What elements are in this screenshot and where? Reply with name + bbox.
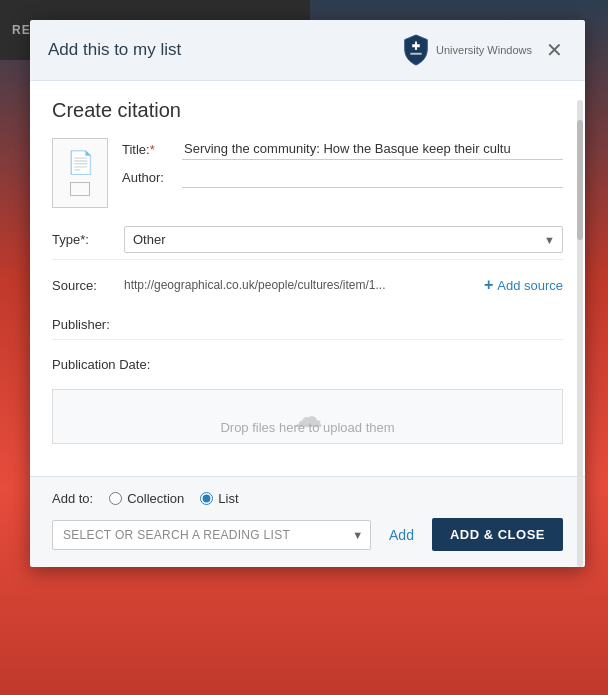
pub-date-row: Publication Date: — [52, 350, 563, 379]
collection-radio-label: Collection — [127, 491, 184, 506]
upload-drop-text: Drop files here to upload them — [220, 420, 394, 435]
svg-rect-0 — [410, 53, 421, 55]
add-source-plus-icon: + — [484, 276, 493, 294]
modal-header-title: Add this to my list — [48, 40, 181, 60]
type-label: Type*: — [52, 232, 124, 247]
title-row: Title:* — [122, 138, 563, 160]
file-icon: 📄 — [67, 150, 94, 176]
pub-date-input[interactable] — [150, 354, 563, 375]
title-input[interactable] — [182, 138, 563, 160]
add-to-row: Add to: Collection List — [52, 491, 563, 506]
list-select-wrapper: SELECT OR SEARCH A READING LIST ▼ — [52, 520, 371, 550]
radio-group: Collection List — [109, 491, 238, 506]
modal-footer: Add to: Collection List SELECT OR SEARCH… — [30, 476, 585, 567]
section-title: Create citation — [52, 99, 563, 122]
type-row: Type*: Other Book Journal Website Articl… — [52, 220, 563, 260]
image-placeholder — [70, 182, 90, 196]
footer-bottom: SELECT OR SEARCH A READING LIST ▼ Add AD… — [52, 518, 563, 551]
author-label: Author: — [122, 170, 182, 185]
add-source-button[interactable]: + Add source — [484, 276, 563, 294]
scrollbar-thumb[interactable] — [577, 120, 583, 240]
source-url-value: http://geographical.co.uk/people/culture… — [124, 278, 484, 292]
title-label: Title:* — [122, 142, 182, 157]
publisher-label: Publisher: — [52, 317, 124, 332]
doc-info-row: 📄 Title:* Author: — [52, 138, 563, 208]
publisher-row: Publisher: — [52, 310, 563, 340]
university-shield-icon — [402, 34, 430, 66]
scrollbar[interactable] — [577, 100, 583, 567]
pub-date-label: Publication Date: — [52, 357, 150, 372]
add-button[interactable]: Add — [381, 521, 422, 549]
list-radio-item[interactable]: List — [200, 491, 238, 506]
modal-body: Create citation 📄 Title:* Author — [30, 81, 585, 476]
citation-form: 📄 Title:* Author: — [52, 138, 563, 458]
publisher-input[interactable] — [124, 314, 563, 335]
list-radio-label: List — [218, 491, 238, 506]
author-row: Author: — [122, 166, 563, 188]
modal-header: Add this to my list University Windows ✕ — [30, 20, 585, 81]
university-logo: University Windows — [402, 34, 532, 66]
close-button[interactable]: ✕ — [542, 40, 567, 60]
add-to-label: Add to: — [52, 491, 93, 506]
modal-header-right: University Windows ✕ — [402, 34, 567, 66]
add-source-label: Add source — [497, 278, 563, 293]
source-row: Source: http://geographical.co.uk/people… — [52, 270, 563, 300]
document-icon: 📄 — [52, 138, 108, 208]
type-select[interactable]: Other Book Journal Website Article — [124, 226, 563, 253]
reading-list-select[interactable]: SELECT OR SEARCH A READING LIST — [52, 520, 371, 550]
title-author-fields: Title:* Author: — [122, 138, 563, 194]
collection-radio-item[interactable]: Collection — [109, 491, 184, 506]
list-radio[interactable] — [200, 492, 213, 505]
source-label: Source: — [52, 278, 124, 293]
author-input[interactable] — [182, 166, 563, 188]
upload-area[interactable]: ☁ Drop files here to upload them — [52, 389, 563, 444]
collection-radio[interactable] — [109, 492, 122, 505]
university-name: University Windows — [436, 44, 532, 56]
type-select-wrapper: Other Book Journal Website Article ▼ — [124, 226, 563, 253]
add-close-button[interactable]: ADD & CLOSE — [432, 518, 563, 551]
modal-container: Add this to my list University Windows ✕… — [30, 20, 585, 567]
